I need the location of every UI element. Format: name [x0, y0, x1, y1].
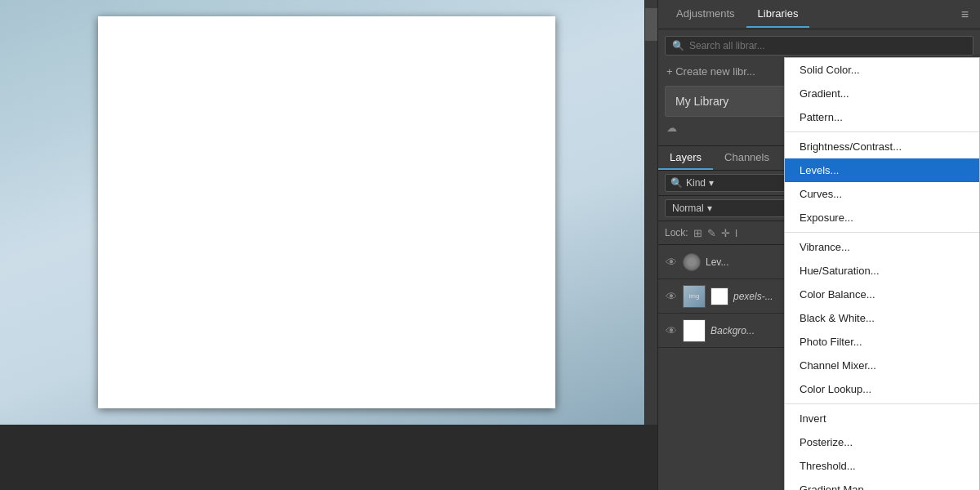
dropdown-item-curves[interactable]: Curves...: [785, 182, 979, 206]
tab-libraries[interactable]: Libraries: [746, 1, 810, 28]
dropdown-item-gradient[interactable]: Gradient...: [785, 82, 979, 105]
lock-position-icon[interactable]: ✛: [721, 227, 730, 239]
kind-chevron: ▾: [709, 177, 714, 189]
tab-adjustments[interactable]: Adjustments: [665, 1, 746, 28]
search-bar[interactable]: 🔍: [665, 36, 973, 56]
lock-image-icon[interactable]: ✎: [707, 227, 716, 239]
blend-mode-chevron: ▾: [707, 203, 712, 214]
search-filter-icon: 🔍: [670, 177, 683, 189]
dropdown-item-invert[interactable]: Invert: [785, 407, 979, 430]
dropdown-item-color-balance[interactable]: Color Balance...: [785, 283, 979, 306]
dropdown-item-color-lookup[interactable]: Color Lookup...: [785, 377, 979, 401]
dropdown-item-photo-filter[interactable]: Photo Filter...: [785, 330, 979, 354]
dropdown-menu: Solid Color... Gradient... Pattern... Br…: [784, 57, 980, 490]
dropdown-item-brightness-contrast[interactable]: Brightness/Contrast...: [785, 135, 979, 158]
blend-mode-value: Normal: [672, 203, 704, 214]
tab-layers[interactable]: Layers: [658, 146, 713, 170]
kind-label: Kind: [686, 177, 706, 189]
dropdown-item-channel-mixer[interactable]: Channel Mixer...: [785, 354, 979, 377]
dropdown-separator: [785, 232, 979, 233]
panel-tabs-left: Adjustments Libraries: [665, 1, 809, 28]
dropdown-item-black-white[interactable]: Black & White...: [785, 306, 979, 330]
dropdown-item-exposure[interactable]: Exposure...: [785, 206, 979, 229]
search-icon: 🔍: [672, 40, 684, 51]
dropdown-item-gradient-map[interactable]: Gradient Map...: [785, 478, 979, 490]
layer-thumb-mask: [710, 287, 728, 305]
layer-thumb-adjustment: [683, 253, 701, 271]
lock-all-icon[interactable]: I: [735, 227, 738, 239]
layer-thumb-image: img: [683, 285, 706, 308]
lock-label: Lock:: [665, 227, 688, 238]
canvas-bottom-bar: [0, 425, 657, 490]
tab-channels[interactable]: Channels: [713, 146, 781, 170]
layer-visibility-icon[interactable]: 👁: [665, 324, 678, 337]
canvas-document: [98, 16, 555, 408]
layer-visibility-icon[interactable]: 👁: [665, 256, 678, 269]
scrollbar-thumb[interactable]: [645, 8, 657, 41]
dropdown-item-solid-color[interactable]: Solid Color...: [785, 58, 979, 82]
dropdown-separator: [785, 131, 979, 132]
search-input[interactable]: [689, 40, 966, 51]
panel-tabs: Adjustments Libraries ≡: [658, 0, 980, 29]
vertical-scrollbar[interactable]: [644, 0, 657, 425]
dropdown-item-threshold[interactable]: Threshold...: [785, 454, 979, 478]
panel-menu-icon[interactable]: ≡: [956, 4, 973, 25]
dropdown-item-vibrance[interactable]: Vibrance...: [785, 235, 979, 259]
dropdown-separator: [785, 403, 979, 404]
layer-thumb-bg: [683, 319, 706, 342]
dropdown-item-levels[interactable]: Levels...: [785, 158, 979, 182]
dropdown-item-posterize[interactable]: Posterize...: [785, 430, 979, 454]
canvas-area: [0, 0, 657, 490]
dropdown-item-pattern[interactable]: Pattern...: [785, 105, 979, 129]
dropdown-item-hue-saturation[interactable]: Hue/Saturation...: [785, 259, 979, 283]
layer-visibility-icon[interactable]: 👁: [665, 290, 678, 303]
lock-transparent-icon[interactable]: ⊞: [693, 227, 702, 239]
